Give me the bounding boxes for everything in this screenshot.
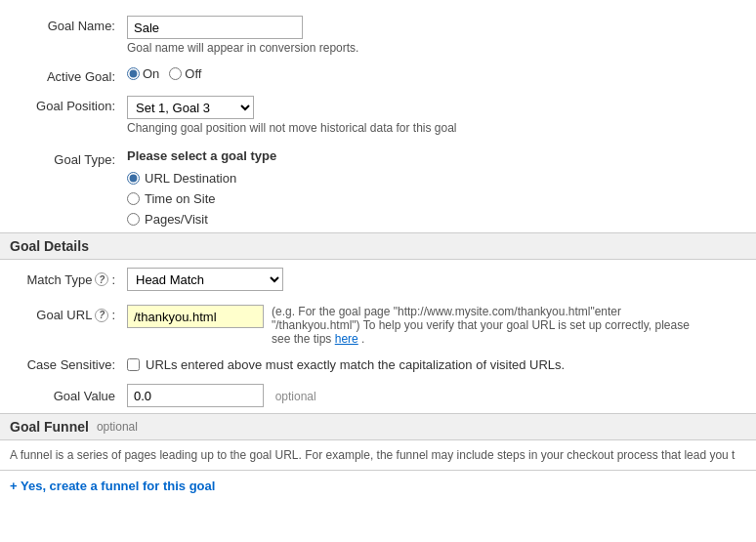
goal-funnel-title: Goal Funnel [10, 419, 89, 435]
goal-url-label-container: Goal URL ? : [10, 305, 127, 322]
match-type-select[interactable]: Head Match Exact Match Regular Expressio… [127, 268, 283, 291]
active-goal-on-radio[interactable] [127, 67, 140, 80]
active-goal-off-radio[interactable] [169, 67, 182, 80]
goal-position-label: Goal Position: [10, 96, 127, 113]
goal-value-content: optional [127, 384, 316, 407]
case-sensitive-content: URLs entered above must exactly match th… [127, 357, 565, 372]
match-type-row: Match Type ? : Head Match Exact Match Re… [0, 260, 756, 299]
goal-url-row: Goal URL ? : (e.g. For the goal page "ht… [0, 299, 756, 352]
goal-url-input[interactable] [127, 305, 264, 328]
goal-position-select[interactable]: Set 1, Goal 1 Set 1, Goal 2 Set 1, Goal … [127, 96, 254, 119]
goal-url-colon: : [111, 308, 115, 322]
goal-form: Goal Name: Goal name will appear in conv… [0, 0, 756, 511]
goal-value-optional: optional [275, 390, 316, 403]
match-type-content: Head Match Exact Match Regular Expressio… [127, 268, 283, 291]
goal-url-here-link[interactable]: here [335, 332, 358, 346]
goal-details-title: Goal Details [10, 238, 89, 254]
goal-position-row: Goal Position: Set 1, Goal 1 Set 1, Goal… [0, 90, 756, 141]
goal-type-url-label[interactable]: URL Destination [145, 171, 236, 186]
case-sensitive-label: Case Sensitive: [10, 357, 127, 372]
goal-name-hint: Goal name will appear in conversion repo… [127, 41, 746, 55]
goal-type-pages-option[interactable]: Pages/Visit [127, 212, 746, 227]
goal-position-hint: Changing goal position will not move his… [127, 121, 746, 135]
goal-url-help-icon[interactable]: ? [95, 309, 108, 322]
active-goal-row: Active Goal: On Off [0, 61, 756, 90]
goal-funnel-optional: optional [97, 420, 138, 434]
match-type-label-container: Match Type ? : [10, 272, 127, 287]
match-type-help-icon[interactable]: ? [95, 272, 108, 286]
goal-name-input[interactable] [127, 16, 303, 39]
active-goal-radio-group: On Off [127, 66, 746, 81]
goal-type-content: Please select a goal type URL Destinatio… [127, 148, 746, 227]
case-sensitive-checkbox[interactable] [127, 358, 140, 371]
goal-value-input[interactable] [127, 384, 264, 407]
goal-details-header: Goal Details [0, 232, 756, 260]
goal-type-url-radio[interactable] [127, 172, 140, 185]
goal-name-label: Goal Name: [10, 16, 127, 33]
active-goal-on-label[interactable]: On [143, 66, 159, 81]
goal-type-time-label[interactable]: Time on Site [145, 191, 216, 206]
active-goal-content: On Off [127, 66, 746, 81]
goal-type-time-option[interactable]: Time on Site [127, 191, 746, 206]
goal-url-label: Goal URL [36, 308, 92, 322]
active-goal-label: Active Goal: [10, 66, 127, 84]
create-funnel-row: + Yes, create a funnel for this goal [0, 470, 756, 501]
active-goal-off-label[interactable]: Off [185, 66, 201, 81]
goal-type-label: Goal Type: [10, 148, 127, 167]
goal-type-title: Please select a goal type [127, 148, 746, 163]
active-goal-on-option[interactable]: On [127, 66, 159, 81]
goal-type-pages-label[interactable]: Pages/Visit [145, 212, 208, 227]
active-goal-off-option[interactable]: Off [169, 66, 201, 81]
case-sensitive-hint: URLs entered above must exactly match th… [146, 357, 565, 372]
goal-url-hint: (e.g. For the goal page "http://www.mysi… [272, 305, 692, 346]
goal-position-content: Set 1, Goal 1 Set 1, Goal 2 Set 1, Goal … [127, 96, 746, 135]
goal-url-content [127, 305, 264, 328]
goal-funnel-header: Goal Funnel optional [0, 413, 756, 440]
goal-type-url-option[interactable]: URL Destination [127, 171, 746, 186]
goal-type-options: URL Destination Time on Site Pages/Visit [127, 171, 746, 227]
goal-name-row: Goal Name: Goal name will appear in conv… [0, 10, 756, 61]
goal-funnel-description: A funnel is a series of pages leading up… [0, 440, 756, 470]
goal-value-label: Goal Value [10, 389, 127, 403]
case-sensitive-row: Case Sensitive: URLs entered above must … [0, 352, 756, 378]
goal-type-row: Goal Type: Please select a goal type URL… [0, 141, 756, 232]
goal-type-time-radio[interactable] [127, 192, 140, 205]
match-type-label: Match Type [26, 272, 92, 287]
goal-name-content: Goal name will appear in conversion repo… [127, 16, 746, 55]
goal-url-period: . [361, 332, 364, 346]
goal-value-row: Goal Value optional [0, 378, 756, 413]
goal-type-pages-radio[interactable] [127, 213, 140, 226]
create-funnel-link[interactable]: + Yes, create a funnel for this goal [10, 479, 215, 493]
match-type-colon: : [111, 272, 115, 287]
